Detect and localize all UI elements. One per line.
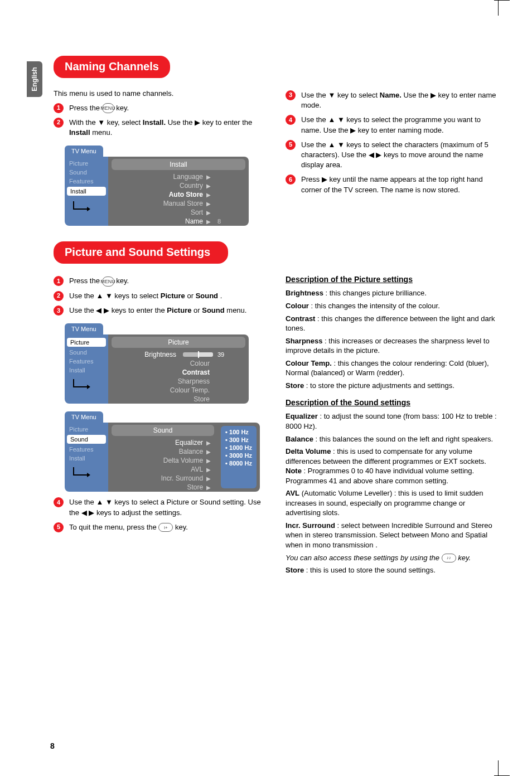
sidebar-item: Picture (65, 159, 108, 168)
desc-term: Balance (286, 435, 313, 443)
ps-step-5: 5 To quit the menu, press the i+ key. (54, 522, 268, 532)
desc-term: Delta Volume (286, 447, 331, 455)
step-text: key. (116, 104, 129, 112)
tv-menu-sidebar: Picture Sound Features Install (65, 157, 108, 226)
naming-intro: This menu is used to name channels. (54, 89, 268, 99)
eq-value: • 100 Hz (225, 428, 252, 436)
step-text-bold: Picture (167, 306, 191, 314)
step-text: To quit the menu, press the (69, 523, 158, 531)
sidebar-item: Picture (65, 425, 108, 434)
desc-text: : this changes picture brilliance. (323, 289, 427, 297)
chevron-right-icon: ▶ (206, 219, 213, 225)
tv-menu-picture-figure: TV Menu Picture Sound Features Install P… (65, 323, 249, 404)
tv-menu-tab: TV Menu (65, 411, 103, 423)
menu-item: Balance (113, 448, 206, 455)
desc-term: Store (286, 566, 304, 574)
tv-menu-sound-figure: TV Menu Picture Sound Features Install S… (65, 411, 260, 492)
step-text-bold: Picture (161, 292, 185, 300)
tv-menu-tab: TV Menu (65, 323, 103, 334)
menu-item: Sharpness (113, 377, 213, 385)
desc-para: Delta Volume : this is used to compensat… (286, 447, 500, 486)
language-tab: English (27, 61, 42, 97)
desc-text: : this changes the difference between th… (286, 314, 495, 333)
ps-step-1: 1 Press the MENU key. (54, 276, 268, 287)
step-text: or (194, 306, 202, 314)
chevron-right-icon: ▶ (206, 440, 213, 446)
ps-step-4: 4 Use the ▲ ▼ keys to select a Picture o… (54, 497, 268, 517)
desc-para: Contrast : this changes the difference b… (286, 314, 500, 333)
step-text: Press the (69, 104, 102, 112)
heading-naming-channels: Naming Channels (54, 56, 170, 78)
desc-sound-heading: Description of the Sound settings (286, 398, 500, 407)
step-text: Use the ▶ key to enter the (168, 118, 253, 127)
menu-item: Equalizer (113, 439, 206, 447)
chevron-right-icon: ▶ (206, 449, 213, 455)
step-number-icon: 1 (54, 103, 64, 113)
desc-para: Sharpness : this increases or decreases … (286, 336, 500, 356)
menu-item: Store (113, 395, 213, 403)
desc-para: Colour Temp. : this changes the colour r… (286, 358, 500, 378)
step-number-icon: 4 (54, 497, 64, 507)
menu-value: 39 (213, 351, 244, 358)
sidebar-item: Install (65, 454, 108, 463)
desc-term: Note (286, 467, 302, 475)
curved-arrow-icon (70, 378, 93, 395)
chevron-right-icon: ▶ (206, 192, 213, 198)
tv-menu-main-panel: Picture Brightness39 Colour Contrast Sha… (108, 334, 249, 404)
step-text-bold: Sound (196, 292, 218, 300)
menu-item: AVL (113, 465, 206, 473)
menu-item: Manual Store (113, 200, 206, 207)
menu-item: Country (113, 182, 206, 190)
menu-item: Colour (113, 360, 213, 367)
step-number-icon: 2 (54, 118, 64, 128)
crop-mark (498, 760, 499, 776)
eq-value: • 3000 Hz (225, 452, 252, 459)
step-text: With the ▼ key, select (69, 118, 143, 127)
slider-icon (183, 352, 213, 357)
naming-step-2: 2 With the ▼ key, select Install. Use th… (54, 118, 268, 138)
menu-item: Brightness (113, 351, 180, 358)
tv-menu-title: Picture (112, 337, 245, 348)
desc-picture-heading: Description of the Picture settings (286, 275, 500, 284)
step-text: menu. (92, 128, 112, 137)
menu-key-icon: MENU (102, 277, 114, 287)
desc-term: Contrast (286, 314, 315, 323)
desc-term: Store (286, 381, 304, 390)
step-text: . (220, 292, 223, 300)
chevron-right-icon: ▶ (206, 458, 213, 464)
desc-term: Brightness (286, 289, 323, 297)
desc-term: Sharpness (286, 337, 322, 345)
sidebar-item: Sound (65, 168, 108, 177)
language-tab-label: English (31, 67, 38, 91)
page-number: 8 (50, 741, 55, 750)
chevron-right-icon: ▶ (206, 174, 213, 180)
step-number-icon: 3 (286, 90, 296, 100)
chevron-right-icon: ▶ (206, 210, 213, 216)
step-text-bold: Install (69, 128, 90, 137)
step-text: Use the ▼ key to select (301, 91, 380, 99)
eq-value: • 1000 Hz (225, 444, 252, 452)
desc-term: Incr. Surround (286, 521, 335, 530)
menu-item: Name (113, 217, 206, 225)
desc-para: Store : to store the picture adjustments… (286, 381, 500, 391)
sidebar-item: Sound (65, 348, 108, 357)
desc-para: AVL (Automatic Volume Leveller) : this i… (286, 488, 500, 518)
step-text: menu. (226, 306, 246, 314)
eq-value: • 8000 Hz (225, 459, 252, 467)
naming-step-1: 1 Press the MENU key. (54, 103, 268, 114)
menu-item: Store (113, 483, 206, 491)
chevron-right-icon: ▶ (206, 467, 213, 473)
step-text: Press ▶ key until the name appears at th… (301, 174, 500, 195)
step-text: Use the ▲ ▼ keys to select the programme… (301, 115, 500, 135)
menu-key-icon: MENU (102, 103, 114, 113)
surround-key-icon: ♪♪ (442, 554, 456, 562)
step-text: Use the ▲ ▼ keys to select (69, 292, 161, 300)
desc-para: Store : this is used to store the sound … (286, 565, 500, 575)
sidebar-item: Install (65, 366, 108, 375)
crop-mark (494, 0, 510, 1)
chevron-right-icon: ▶ (206, 201, 213, 207)
menu-item-bold: Auto Store (113, 191, 206, 198)
sidebar-item: Features (65, 445, 108, 454)
curved-arrow-icon (70, 466, 93, 483)
chevron-right-icon: ▶ (206, 476, 213, 482)
